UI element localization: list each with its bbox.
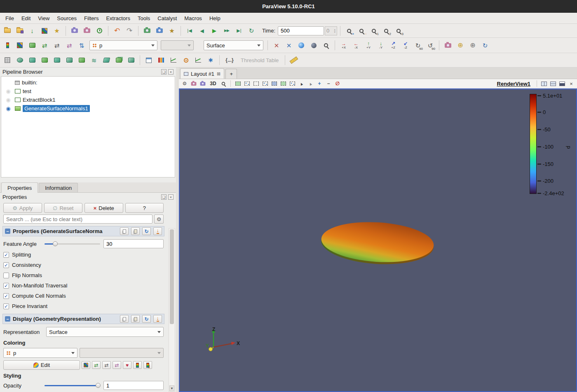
menu-macros[interactable]: Macros <box>181 14 206 23</box>
set-view-minus-y-button[interactable]: ↓-Y <box>375 40 387 51</box>
checkbox-row-non-manifold-traversal[interactable]: ✓ Non-Manifold Traversal <box>0 280 167 291</box>
pipeline-item-extractblock1[interactable]: ◉ ExtractBlock1 <box>1 96 175 104</box>
rescale-temporal-icon[interactable]: ⇄ <box>113 361 121 369</box>
scrollbar-thumb[interactable] <box>170 229 174 324</box>
menu-edit[interactable]: Edit <box>18 14 34 23</box>
edit-color-map-button[interactable]: Edit <box>3 360 80 370</box>
plot-over-time-icon[interactable] <box>192 55 204 66</box>
grow-selection-icon[interactable]: + <box>315 80 324 88</box>
checkbox[interactable] <box>3 273 9 278</box>
checkbox[interactable]: ✓ <box>3 293 9 299</box>
edit-color-legend-icon[interactable] <box>143 361 152 369</box>
edit-view-options-icon[interactable]: ⚙ <box>181 80 189 88</box>
rescale-custom-range-icon[interactable]: ⇄ <box>102 361 111 369</box>
restore-camera-3-icon[interactable]: 3 <box>393 25 404 36</box>
tab-information[interactable]: Information <box>39 183 78 192</box>
menu-view[interactable]: View <box>34 14 53 23</box>
pipeline-item-test[interactable]: ◉ test <box>1 87 175 96</box>
time-input[interactable] <box>278 26 324 35</box>
save-extracts-icon[interactable]: ↓ <box>26 25 38 36</box>
shrink-selection-icon[interactable]: − <box>324 80 333 88</box>
undock-panel-icon[interactable]: ❏ <box>161 69 167 75</box>
generate-extracts-icon[interactable] <box>39 25 50 36</box>
open-icon[interactable] <box>2 25 13 36</box>
hover-cells-icon[interactable]: ▲ <box>297 80 305 88</box>
split-horizontal-button[interactable] <box>540 80 548 88</box>
zoom-custom-icon[interactable]: ◦ <box>356 25 367 36</box>
close-panel-icon[interactable]: × <box>168 194 174 200</box>
spreadsheet-icon[interactable] <box>143 55 155 66</box>
undo-icon[interactable]: ↶ <box>111 25 123 36</box>
capture-screenshot-icon[interactable] <box>69 25 80 36</box>
rescale-data-range-icon[interactable]: ⇄ <box>39 40 50 51</box>
group-datasets-icon[interactable] <box>113 55 124 66</box>
show-center-axes-icon[interactable]: ⊕ <box>467 40 478 51</box>
vcr-back-button[interactable]: ◀ <box>196 25 208 36</box>
visibility-eye-icon[interactable]: ◉ <box>4 106 13 111</box>
extract-block-icon[interactable] <box>125 55 137 66</box>
set-view-minus-x-button[interactable]: ←-X <box>350 40 362 51</box>
contour-icon[interactable] <box>14 55 26 66</box>
representation-combo[interactable]: Surface <box>204 40 263 50</box>
menu-tools[interactable]: Tools <box>134 14 154 23</box>
spinbox-arrows-icon[interactable]: ▴▾ <box>334 28 336 33</box>
adjust-camera-icon[interactable] <box>190 80 198 88</box>
camera-redo-icon[interactable] <box>154 25 165 36</box>
menu-filters[interactable]: Filters <box>80 14 102 23</box>
help-button[interactable]: ? <box>125 203 164 213</box>
select-cells-on-icon[interactable] <box>234 80 242 88</box>
programmable-filter-icon[interactable]: ∗ <box>205 55 216 66</box>
plot-over-line-icon[interactable] <box>168 55 179 66</box>
edit-color-map-icon[interactable] <box>14 40 26 51</box>
zoom-to-data-icon[interactable]: ✕ <box>283 40 295 51</box>
restore-display-defaults-icon[interactable]: ↻ <box>142 315 151 323</box>
vcr-forward-button[interactable]: ▶▶ <box>221 25 232 36</box>
close-tab-icon[interactable]: ⊠ <box>217 71 220 77</box>
copy-display-icon[interactable] <box>120 315 129 323</box>
save-display-defaults-icon[interactable]: ↓ <box>153 315 162 323</box>
threshold-table-macro-button[interactable]: Threshold Table <box>237 57 282 63</box>
calculator-icon[interactable] <box>2 55 13 66</box>
histogram-icon[interactable] <box>155 55 167 66</box>
split-vertical-button[interactable] <box>549 80 557 88</box>
collapse-icon[interactable]: − <box>5 316 10 322</box>
reset-center-icon[interactable]: ↻ <box>479 40 491 51</box>
interactive-select-cells-icon[interactable] <box>279 80 287 88</box>
checkbox[interactable]: ✓ <box>3 252 9 258</box>
interaction-mode-icon[interactable]: ★ <box>166 25 178 36</box>
capture-view-icon[interactable] <box>199 80 207 88</box>
adjust-camera-icon[interactable] <box>442 40 454 51</box>
menu-sources[interactable]: Sources <box>53 14 80 23</box>
save-data-icon[interactable] <box>14 25 26 36</box>
ruler-icon[interactable] <box>288 55 300 66</box>
select-points-through-icon[interactable] <box>261 80 269 88</box>
choose-preset-icon[interactable]: ♥ <box>123 361 131 369</box>
undock-panel-icon[interactable]: ❏ <box>161 194 167 200</box>
vcr-last-button[interactable]: ▶| <box>233 25 245 36</box>
checkbox[interactable]: ✓ <box>3 303 9 309</box>
vcr-play-button[interactable]: ▶ <box>209 25 220 36</box>
set-view-plus-x-button[interactable]: →+X <box>338 40 349 51</box>
restore-camera-1-icon[interactable]: 1 <box>368 25 380 36</box>
set-view-minus-z-button[interactable]: ↙-Z <box>400 40 411 51</box>
search-input[interactable] <box>3 215 152 224</box>
reset-camera-icon[interactable]: ✕ <box>271 40 282 51</box>
maximize-view-button[interactable] <box>558 80 566 88</box>
rescale-visible-icon[interactable]: ⇅ <box>76 40 87 51</box>
show-color-legend-icon[interactable] <box>133 361 142 369</box>
show-color-legend-icon[interactable] <box>2 40 13 51</box>
restore-camera-2-icon[interactable]: 2 <box>380 25 392 36</box>
panel-splitter[interactable] <box>176 68 179 392</box>
tab-properties[interactable]: Properties <box>1 182 38 193</box>
tab-layout-1[interactable]: Layout #1 ⊠ <box>180 68 224 79</box>
save-animation-icon[interactable] <box>94 25 105 36</box>
scroll-down-icon[interactable]: ▼ <box>169 385 174 391</box>
zoom-closest-to-data-icon[interactable] <box>308 40 319 51</box>
checkbox[interactable]: ✓ <box>3 262 9 268</box>
clip-icon[interactable] <box>26 55 38 66</box>
section-properties-header[interactable]: − Properties (GenerateSurfaceNorma ↻ ↓ <box>2 226 164 236</box>
opacity-input[interactable] <box>103 381 164 390</box>
redo-icon[interactable]: ↷ <box>124 25 135 36</box>
rescale-custom-range-icon[interactable]: ⇄ <box>51 40 63 51</box>
threshold-icon[interactable] <box>51 55 63 66</box>
